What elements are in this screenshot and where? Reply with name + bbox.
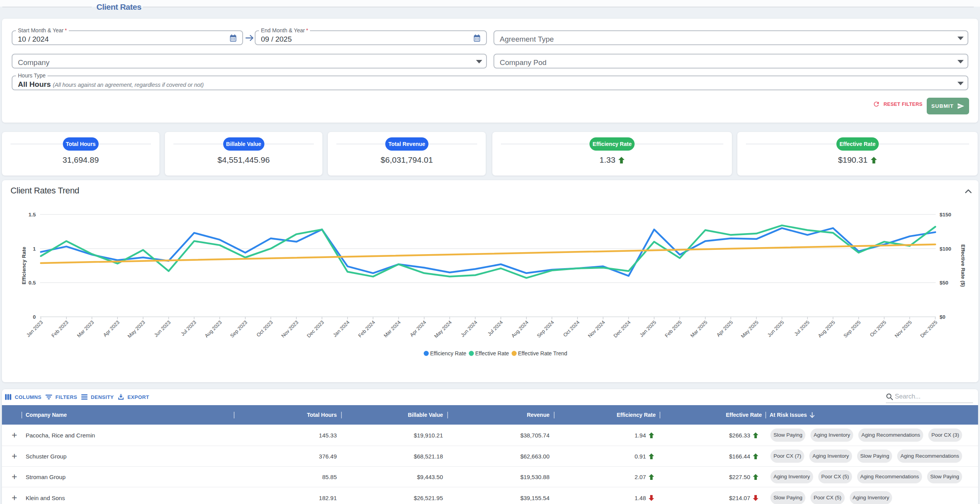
svg-text:Mar 2023: Mar 2023: [76, 320, 95, 339]
svg-text:Feb 2024: Feb 2024: [357, 320, 376, 339]
svg-text:Aug 2025: Aug 2025: [817, 320, 836, 339]
svg-text:Jun 2025: Jun 2025: [766, 320, 785, 338]
svg-text:Sep 2023: Sep 2023: [229, 320, 248, 339]
svg-text:Jan 2023: Jan 2023: [25, 320, 44, 338]
svg-text:1: 1: [33, 246, 36, 252]
svg-text:Apr 2025: Apr 2025: [716, 320, 734, 338]
svg-text:Mar 2025: Mar 2025: [689, 320, 708, 339]
svg-text:May 2023: May 2023: [126, 320, 146, 339]
svg-text:Aug 2023: Aug 2023: [203, 320, 223, 339]
svg-text:Jan 2025: Jan 2025: [639, 320, 657, 338]
svg-text:Dec 2023: Dec 2023: [306, 320, 325, 339]
svg-text:$50: $50: [940, 280, 948, 286]
svg-text:May 2024: May 2024: [433, 320, 453, 339]
svg-text:May 2025: May 2025: [740, 320, 760, 339]
svg-text:Jul 2025: Jul 2025: [793, 320, 810, 337]
svg-text:Jul 2023: Jul 2023: [180, 320, 197, 337]
svg-text:0: 0: [33, 314, 36, 320]
svg-text:$100: $100: [940, 246, 951, 252]
svg-text:Aug 2024: Aug 2024: [510, 320, 530, 339]
svg-text:Nov 2025: Nov 2025: [893, 320, 913, 339]
svg-text:Oct 2025: Oct 2025: [869, 320, 887, 338]
svg-text:1.5: 1.5: [28, 212, 36, 218]
svg-text:Sep 2025: Sep 2025: [842, 320, 862, 339]
svg-text:Jun 2023: Jun 2023: [153, 320, 172, 338]
svg-text:Feb 2025: Feb 2025: [664, 320, 683, 339]
svg-text:Efficiency Rate: Efficiency Rate: [21, 247, 27, 284]
svg-text:$150: $150: [940, 212, 951, 218]
svg-text:0.5: 0.5: [28, 280, 36, 286]
svg-text:Apr 2024: Apr 2024: [409, 320, 427, 338]
svg-text:Oct 2024: Oct 2024: [562, 320, 581, 338]
svg-text:Nov 2023: Nov 2023: [280, 320, 299, 339]
svg-text:$0: $0: [940, 314, 945, 320]
svg-text:Feb 2023: Feb 2023: [50, 320, 69, 339]
svg-text:Nov 2024: Nov 2024: [587, 320, 606, 339]
svg-text:Effective Rate: Effective Rate: [475, 350, 509, 356]
svg-text:Efficiency Rate: Efficiency Rate: [430, 350, 466, 356]
svg-text:Jan 2024: Jan 2024: [332, 320, 350, 338]
svg-text:Jul 2024: Jul 2024: [486, 320, 504, 337]
svg-text:Jun 2024: Jun 2024: [460, 320, 478, 338]
svg-text:Oct 2023: Oct 2023: [256, 320, 274, 338]
svg-text:Mar 2024: Mar 2024: [383, 320, 402, 339]
svg-text:Effective Rate ($): Effective Rate ($): [960, 244, 966, 287]
svg-text:Sep 2024: Sep 2024: [536, 320, 555, 339]
svg-text:Apr 2023: Apr 2023: [102, 320, 121, 338]
svg-text:Dec 2025: Dec 2025: [919, 320, 938, 339]
svg-text:Effective Rate Trend: Effective Rate Trend: [518, 350, 567, 356]
svg-text:Dec 2024: Dec 2024: [612, 320, 632, 339]
